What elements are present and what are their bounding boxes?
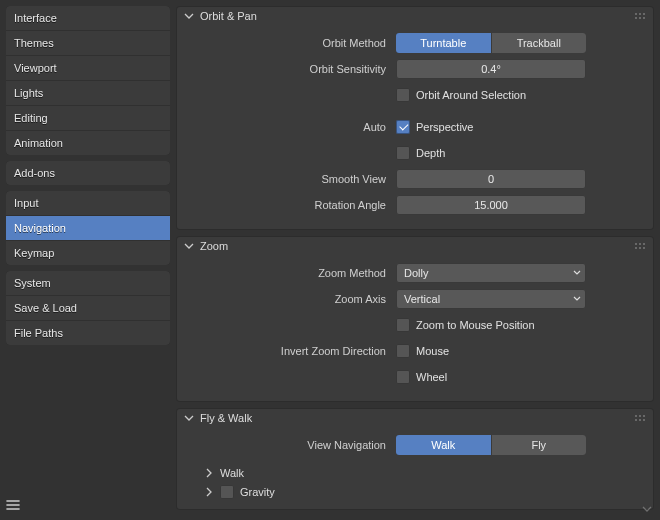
zoom-method-select[interactable]: Dolly	[396, 263, 586, 283]
svg-point-16	[639, 419, 641, 421]
label-smooth-view: Smooth View	[188, 173, 388, 185]
label-zoom-method: Zoom Method	[188, 267, 388, 279]
panel-title: Zoom	[200, 240, 228, 252]
svg-point-11	[643, 247, 645, 249]
chevron-down-icon	[573, 295, 581, 303]
orbit-method-trackball[interactable]: Trackball	[492, 33, 587, 53]
panel-header-fly-walk[interactable]: Fly & Walk	[176, 408, 654, 428]
sidebar-item-system[interactable]: System	[6, 271, 170, 296]
preferences-sidebar: Interface Themes Viewport Lights Editing…	[0, 0, 176, 520]
auto-perspective-checkbox[interactable]	[396, 120, 410, 134]
invert-wheel-label: Wheel	[416, 371, 447, 383]
zoom-method-value: Dolly	[404, 267, 428, 279]
sidebar-item-viewport[interactable]: Viewport	[6, 56, 170, 81]
sidebar-item-save-load[interactable]: Save & Load	[6, 296, 170, 321]
svg-point-12	[635, 415, 637, 417]
sidebar-item-lights[interactable]: Lights	[6, 81, 170, 106]
svg-point-1	[639, 13, 641, 15]
rotation-angle-field[interactable]: 15.000	[396, 195, 586, 215]
invert-mouse-checkbox[interactable]	[396, 344, 410, 358]
zoom-to-mouse-checkbox[interactable]	[396, 318, 410, 332]
panel-grip-icon[interactable]	[634, 414, 648, 422]
svg-point-13	[639, 415, 641, 417]
panel-title: Fly & Walk	[200, 412, 252, 424]
label-zoom-axis: Zoom Axis	[188, 293, 388, 305]
chevron-down-icon	[573, 269, 581, 277]
orbit-around-selection-checkbox[interactable]	[396, 88, 410, 102]
svg-point-17	[643, 419, 645, 421]
label-rotation-angle: Rotation Angle	[188, 199, 388, 211]
orbit-method-turntable[interactable]: Turntable	[396, 33, 492, 53]
sidebar-item-navigation[interactable]: Navigation	[6, 216, 170, 241]
svg-point-10	[639, 247, 641, 249]
svg-point-4	[639, 17, 641, 19]
view-navigation-toggle[interactable]: Walk Fly	[396, 435, 586, 455]
sidebar-item-animation[interactable]: Animation	[6, 131, 170, 155]
smooth-view-field[interactable]: 0	[396, 169, 586, 189]
svg-point-14	[643, 415, 645, 417]
label-auto: Auto	[188, 121, 388, 133]
svg-point-3	[635, 17, 637, 19]
panel-grip-icon[interactable]	[634, 242, 648, 250]
invert-wheel-checkbox[interactable]	[396, 370, 410, 384]
zoom-axis-value: Vertical	[404, 293, 440, 305]
sidebar-item-editing[interactable]: Editing	[6, 106, 170, 131]
svg-point-7	[639, 243, 641, 245]
sidebar-item-themes[interactable]: Themes	[6, 31, 170, 56]
label-view-navigation: View Navigation	[188, 439, 388, 451]
orbit-around-selection-label: Orbit Around Selection	[416, 89, 526, 101]
label-invert-zoom: Invert Zoom Direction	[188, 345, 388, 357]
label-orbit-sensitivity: Orbit Sensitivity	[188, 63, 388, 75]
view-navigation-walk[interactable]: Walk	[396, 435, 492, 455]
svg-point-2	[643, 13, 645, 15]
auto-perspective-label: Perspective	[416, 121, 473, 133]
chevron-right-icon	[204, 468, 214, 478]
panel-header-orbit-pan[interactable]: Orbit & Pan	[176, 6, 654, 26]
panel-title: Orbit & Pan	[200, 10, 257, 22]
svg-point-8	[643, 243, 645, 245]
zoom-axis-select[interactable]: Vertical	[396, 289, 586, 309]
sidebar-item-input[interactable]: Input	[6, 191, 170, 216]
sidebar-item-file-paths[interactable]: File Paths	[6, 321, 170, 345]
svg-point-9	[635, 247, 637, 249]
subpanel-walk[interactable]: Walk	[188, 464, 642, 482]
bottom-bar	[0, 490, 654, 520]
orbit-sensitivity-field[interactable]: 0.4°	[396, 59, 586, 79]
invert-mouse-label: Mouse	[416, 345, 449, 357]
sidebar-item-keymap[interactable]: Keymap	[6, 241, 170, 265]
view-navigation-fly[interactable]: Fly	[492, 435, 587, 455]
panel-grip-icon[interactable]	[634, 12, 648, 20]
orbit-method-toggle[interactable]: Turntable Trackball	[396, 33, 586, 53]
panel-zoom: Zoom Zoom Method Dolly Zoom Axis	[176, 236, 654, 402]
chevron-down-icon	[184, 241, 194, 251]
panel-header-zoom[interactable]: Zoom	[176, 236, 654, 256]
zoom-to-mouse-label: Zoom to Mouse Position	[416, 319, 535, 331]
hamburger-menu-icon[interactable]	[4, 496, 22, 514]
sidebar-item-interface[interactable]: Interface	[6, 6, 170, 31]
auto-depth-label: Depth	[416, 147, 445, 159]
svg-point-15	[635, 419, 637, 421]
panel-orbit-pan: Orbit & Pan Orbit Method Turntable Track…	[176, 6, 654, 230]
svg-point-6	[635, 243, 637, 245]
svg-point-5	[643, 17, 645, 19]
label-orbit-method: Orbit Method	[188, 37, 388, 49]
sidebar-item-addons[interactable]: Add-ons	[6, 161, 170, 185]
svg-point-0	[635, 13, 637, 15]
auto-depth-checkbox[interactable]	[396, 146, 410, 160]
chevron-down-icon	[184, 413, 194, 423]
preferences-main: Orbit & Pan Orbit Method Turntable Track…	[176, 0, 660, 520]
chevron-down-icon	[184, 11, 194, 21]
subpanel-walk-label: Walk	[220, 467, 244, 479]
